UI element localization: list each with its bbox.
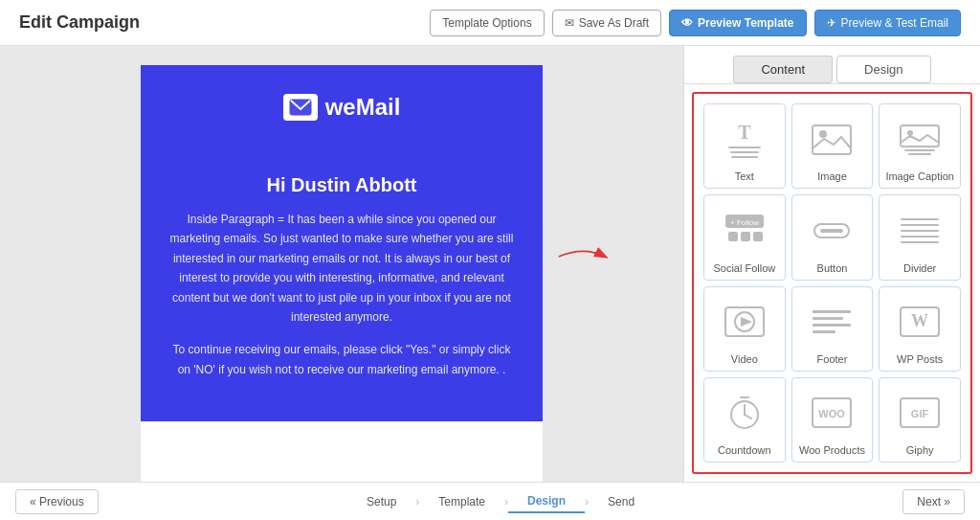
block-woo-products[interactable]: WOO Woo Products bbox=[791, 377, 874, 463]
svg-marker-17 bbox=[741, 317, 752, 327]
step-send[interactable]: Send bbox=[589, 491, 654, 512]
email-paragraph2: To continue receiving our emails, please… bbox=[169, 340, 514, 379]
giphy-block-icon: GIF bbox=[883, 386, 956, 441]
svg-line-22 bbox=[745, 415, 751, 418]
svg-text:W: W bbox=[911, 311, 928, 330]
block-wp-posts-label: WP Posts bbox=[897, 353, 943, 365]
block-image-caption-label: Image Caption bbox=[885, 170, 954, 182]
block-text[interactable]: T Text bbox=[703, 103, 786, 189]
block-countdown[interactable]: Countdown bbox=[703, 377, 786, 463]
steps-nav: Setup › Template › Design › Send bbox=[99, 490, 903, 513]
page-header: Edit Campaign Template Options ✉ Save As… bbox=[0, 0, 980, 46]
button-block-icon bbox=[796, 203, 869, 258]
block-image-caption[interactable]: Image Caption bbox=[879, 103, 961, 189]
preview-template-button[interactable]: 👁 Preview Template bbox=[669, 10, 807, 36]
block-video-label: Video bbox=[731, 353, 758, 365]
footer-block-icon bbox=[796, 295, 869, 350]
page-title: Edit Campaign bbox=[19, 12, 140, 33]
svg-text:WOO: WOO bbox=[819, 408, 846, 419]
email-logo: weMail bbox=[160, 94, 523, 121]
block-countdown-label: Countdown bbox=[718, 444, 771, 456]
wp-posts-block-icon: W bbox=[883, 295, 956, 350]
previous-button[interactable]: « Previous bbox=[15, 489, 99, 514]
block-giphy[interactable]: GIF Giphy bbox=[879, 377, 961, 463]
block-divider[interactable]: Divider bbox=[879, 194, 961, 280]
image-caption-block-icon bbox=[883, 112, 956, 167]
email-template: weMail Hi Dustin Abbott Inside Paragraph… bbox=[141, 65, 543, 482]
save-draft-button[interactable]: ✉ Save As Draft bbox=[552, 10, 661, 36]
preview-test-button[interactable]: ✈ Preview & Test Email bbox=[814, 10, 961, 36]
step-setup[interactable]: Setup bbox=[347, 491, 415, 512]
woo-products-block-icon: WOO bbox=[796, 386, 869, 441]
sidebar-tabs: Content Design bbox=[684, 46, 980, 84]
brand-name: weMail bbox=[325, 94, 401, 121]
tab-design[interactable]: Design bbox=[836, 56, 930, 83]
header-actions: Template Options ✉ Save As Draft 👁 Previ… bbox=[430, 10, 961, 36]
block-woo-products-label: Woo Products bbox=[799, 444, 865, 456]
block-button[interactable]: Button bbox=[791, 194, 874, 280]
main-area: weMail Hi Dustin Abbott Inside Paragraph… bbox=[0, 46, 980, 482]
email-preview-area: weMail Hi Dustin Abbott Inside Paragraph… bbox=[0, 46, 683, 482]
step-template[interactable]: Template bbox=[419, 491, 504, 512]
email-body: Hi Dustin Abbott Inside Paragraph = It h… bbox=[141, 165, 543, 421]
block-wp-posts[interactable]: W WP Posts bbox=[879, 286, 961, 372]
email-header: weMail bbox=[141, 65, 543, 165]
svg-text:+ Follow: + Follow bbox=[730, 218, 759, 227]
svg-rect-10 bbox=[728, 232, 738, 241]
svg-rect-4 bbox=[901, 125, 939, 147]
svg-text:GIF: GIF bbox=[911, 408, 929, 419]
divider-block-icon bbox=[883, 203, 956, 258]
arrow-indicator bbox=[555, 237, 612, 279]
svg-point-3 bbox=[819, 130, 827, 138]
email-paragraph1: Inside Paragraph = It has been a while s… bbox=[169, 210, 514, 327]
sidebar-panel: Content Design T Text bbox=[683, 46, 980, 482]
content-blocks-grid: T Text bbox=[692, 92, 972, 474]
svg-rect-14 bbox=[820, 229, 843, 233]
block-social-follow-label: Social Follow bbox=[713, 262, 775, 274]
svg-rect-7 bbox=[908, 153, 931, 155]
block-image-label: Image bbox=[817, 170, 847, 182]
block-button-label: Button bbox=[817, 262, 848, 274]
tab-content[interactable]: Content bbox=[733, 56, 833, 83]
step-design[interactable]: Design bbox=[508, 490, 585, 513]
countdown-block-icon bbox=[708, 386, 781, 441]
template-options-button[interactable]: Template Options bbox=[430, 10, 544, 36]
video-block-icon bbox=[708, 295, 781, 350]
block-giphy-label: Giphy bbox=[906, 444, 934, 456]
block-footer-label: Footer bbox=[817, 353, 848, 365]
block-image[interactable]: Image bbox=[791, 103, 874, 189]
footer-navigation: « Previous Setup › Template › Design › S… bbox=[0, 482, 980, 520]
svg-rect-12 bbox=[753, 232, 763, 241]
block-footer[interactable]: Footer bbox=[791, 286, 874, 372]
wemail-logo-icon bbox=[283, 94, 318, 121]
svg-rect-6 bbox=[904, 149, 935, 151]
next-button[interactable]: Next » bbox=[902, 489, 965, 514]
block-video[interactable]: Video bbox=[703, 286, 786, 372]
block-social-follow[interactable]: + Follow Social Follow bbox=[703, 194, 786, 280]
svg-rect-11 bbox=[741, 232, 750, 241]
image-block-icon bbox=[796, 112, 869, 167]
block-divider-label: Divider bbox=[903, 262, 936, 274]
email-greeting: Hi Dustin Abbott bbox=[169, 174, 514, 196]
block-text-label: Text bbox=[735, 170, 754, 182]
svg-rect-2 bbox=[813, 125, 851, 154]
social-follow-block-icon: + Follow bbox=[708, 203, 781, 258]
text-block-icon: T bbox=[708, 112, 781, 167]
